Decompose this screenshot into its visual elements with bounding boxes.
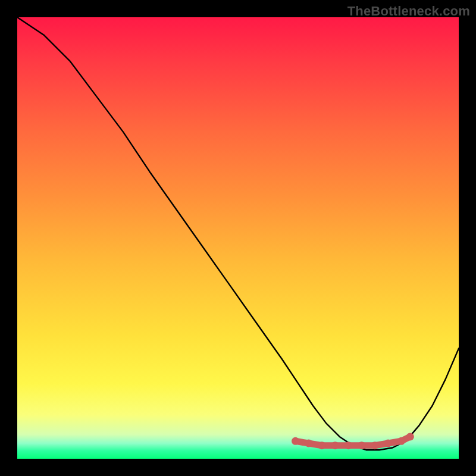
pink-marker-dot	[345, 441, 352, 449]
curve-layer	[17, 17, 459, 459]
pink-floor-stroke	[296, 437, 411, 446]
pink-marker-dot	[406, 433, 414, 440]
pink-marker-dot	[384, 440, 392, 447]
pink-marker-dot	[292, 437, 299, 445]
pink-marker-dot	[371, 441, 379, 449]
pink-marker-dot	[318, 441, 326, 449]
pink-marker-dot	[397, 437, 405, 445]
pink-marker-dot	[305, 440, 312, 447]
pink-marker-dot	[331, 441, 339, 449]
chart-stage: TheBottleneck.com	[0, 0, 476, 476]
pink-marker-dot	[358, 441, 365, 449]
black-curve	[17, 17, 459, 450]
plot-area	[17, 17, 459, 459]
